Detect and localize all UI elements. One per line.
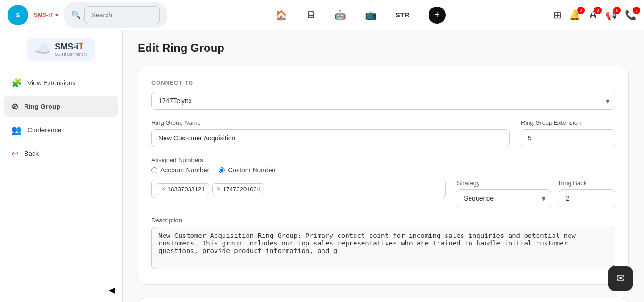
assigned-numbers-radio-group: Account Number Custom Number	[151, 166, 615, 174]
sidebar-item-label: Back	[24, 150, 39, 157]
ring-group-name-input[interactable]	[151, 129, 510, 147]
search-input[interactable]	[84, 6, 160, 24]
nav-right: ⊞ 🔔0 🖨0 📢0 📞0	[553, 9, 636, 21]
ring-group-name-label: Ring Group Name	[151, 119, 510, 126]
brand-avatar: S	[8, 5, 28, 25]
page-title: Edit Ring Group	[138, 41, 629, 55]
sidebar-nav: 🧩 View Extensions ⊘ Ring Group 👥 Confere…	[0, 72, 122, 164]
brand-name[interactable]: SMS-iT ▾	[34, 12, 58, 18]
sidebar-item-view-extensions[interactable]: 🧩 View Extensions	[4, 72, 118, 94]
sidebar-brand-name: SMS-iT	[55, 42, 88, 52]
ringback-label: Ring Back	[559, 180, 615, 187]
account-number-radio-label[interactable]: Account Number	[151, 166, 209, 174]
edit-ring-group-card: CONNECT TO 1747Telynx Ring Group Name Ri…	[138, 66, 629, 285]
tag-value: 18337033121	[167, 186, 205, 193]
logo-cloud-icon: ☁️	[34, 41, 51, 57]
tag-value: 17473201034	[223, 186, 261, 193]
main-content: Edit Ring Group CONNECT TO 1747Telynx Ri…	[123, 30, 644, 302]
ring-group-ext-input[interactable]	[521, 129, 615, 147]
sidebar: ☁️ SMS-iT SE-Hi Sentient IT 🧩 View Exten…	[0, 30, 123, 302]
add-button[interactable]: +	[429, 7, 446, 24]
brand-chevron-icon: ▾	[55, 12, 58, 18]
assigned-numbers-label: Assigned Numbers	[151, 156, 615, 163]
ring-group-icon: ⊘	[11, 101, 18, 112]
print-button[interactable]: 🖨0	[588, 9, 598, 20]
custom-number-label: Custom Number	[228, 166, 276, 174]
ringback-input[interactable]	[559, 189, 615, 207]
tag-item[interactable]: ✕ 17473201034	[212, 183, 265, 195]
mail-fab-button[interactable]: ✉	[608, 266, 633, 291]
megaphone-badge: 0	[613, 7, 621, 14]
sidebar-item-ring-group[interactable]: ⊘ Ring Group	[4, 96, 118, 117]
description-label: Description	[151, 217, 615, 224]
notification-bell-button[interactable]: 🔔0	[569, 9, 581, 21]
tag-remove-icon[interactable]: ✕	[161, 186, 165, 192]
home-icon[interactable]: 🏠	[275, 9, 287, 21]
phone-button[interactable]: 📞0	[625, 9, 636, 21]
account-number-radio[interactable]	[151, 167, 157, 173]
sidebar-item-conference[interactable]: 👥 Conference	[4, 119, 118, 141]
monitor-icon[interactable]: 🖥	[306, 9, 315, 20]
custom-number-radio[interactable]	[219, 167, 225, 173]
tag-item[interactable]: ✕ 18337033121	[157, 183, 209, 195]
mail-icon: ✉	[616, 272, 625, 285]
sidebar-collapse-button[interactable]: ◀	[0, 278, 122, 302]
print-badge: 0	[594, 7, 602, 14]
sidebar-brand-sub: SE-Hi Sentient IT	[55, 52, 88, 57]
megaphone-button[interactable]: 📢0	[605, 9, 617, 21]
tv-icon[interactable]: 📺	[365, 9, 377, 21]
sidebar-item-back[interactable]: ↩ Back	[4, 143, 118, 164]
robot-icon[interactable]: 🤖	[334, 9, 346, 21]
description-textarea[interactable]: New Customer Acquisition Ring Group: Pri…	[151, 227, 615, 269]
connect-to-select-wrapper[interactable]: 1747Telynx	[151, 92, 615, 110]
sidebar-item-label: View Extensions	[27, 79, 75, 87]
grid-menu-button[interactable]: ⊞	[553, 9, 561, 21]
custom-number-radio-label[interactable]: Custom Number	[219, 166, 276, 174]
sidebar-item-label: Ring Group	[24, 103, 60, 110]
top-navigation: S SMS-iT ▾ 🔍 🏠 🖥 🤖 📺 STR + ⊞ 🔔0 🖨0 📢0 📞0	[0, 0, 644, 30]
collapse-icon: ◀	[109, 286, 115, 294]
back-icon: ↩	[11, 148, 18, 159]
brand-label: SMS-iT	[34, 12, 53, 18]
strategy-select-wrapper[interactable]: Sequence Ring All Round Robin	[457, 189, 551, 207]
connect-to-select[interactable]: 1747Telynx	[151, 92, 615, 110]
sidebar-item-label: Conference	[27, 126, 61, 134]
tags-input[interactable]: ✕ 18337033121 ✕ 17473201034	[151, 180, 446, 198]
sidebar-logo: ☁️ SMS-iT SE-Hi Sentient IT	[27, 38, 95, 61]
phone-badge: 0	[633, 7, 640, 14]
nav-center: 🏠 🖥 🤖 📺 STR +	[173, 7, 548, 24]
search-bar[interactable]: 🔍	[64, 2, 167, 28]
strategy-label: Strategy	[457, 180, 551, 187]
strategy-select[interactable]: Sequence Ring All Round Robin	[457, 189, 551, 207]
puzzle-icon: 🧩	[11, 78, 22, 88]
connect-to-label: CONNECT TO	[151, 80, 615, 86]
account-number-label: Account Number	[160, 166, 209, 174]
if-not-answered-card: If Call Not Answered Connect to Extensio…	[138, 298, 629, 302]
ring-group-ext-label: Ring Group Extension	[521, 119, 615, 126]
notification-badge: 0	[577, 7, 585, 14]
search-icon: 🔍	[71, 10, 81, 19]
conference-icon: 👥	[11, 125, 22, 135]
tag-remove-icon[interactable]: ✕	[216, 186, 221, 192]
nav-str-label: STR	[396, 11, 410, 19]
